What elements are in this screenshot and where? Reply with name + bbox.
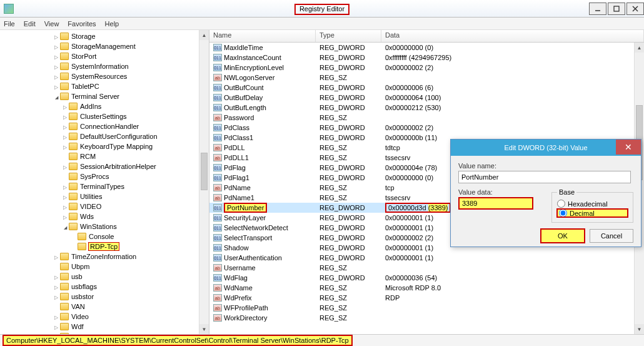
cancel-button[interactable]: Cancel [590, 229, 633, 243]
tree-node[interactable]: WinStations [0, 221, 209, 232]
expand-icon[interactable] [53, 313, 60, 320]
expand-icon[interactable] [61, 133, 69, 140]
scroll-thumb[interactable] [201, 153, 208, 190]
col-name[interactable]: Name [209, 30, 316, 42]
tree-node[interactable]: SystemInformation [0, 61, 209, 71]
tree-scrollbar[interactable]: ▲ ▼ [199, 30, 209, 334]
expand-icon[interactable] [61, 163, 69, 170]
expand-icon[interactable] [53, 63, 60, 70]
menu-edit[interactable]: Edit [24, 20, 36, 28]
expand-icon[interactable] [61, 213, 69, 220]
tree-node[interactable]: ClusterSettings [0, 111, 209, 121]
tree-node[interactable]: RCM [0, 151, 209, 161]
tree-node[interactable]: Storage [0, 31, 209, 41]
tree-node[interactable]: Ubpm [0, 262, 209, 272]
value-row[interactable]: 011OutBufCountREG_DWORD0x00000006 (6) [209, 83, 634, 93]
tree-node[interactable]: ConnectionHandler [0, 121, 209, 131]
value-row[interactable]: 011OutBufDelayREG_DWORD0x00000064 (100) [209, 93, 634, 103]
scroll-up-icon[interactable]: ▲ [635, 43, 644, 53]
value-row[interactable]: 011OutBufLengthREG_DWORD0x00000212 (530) [209, 103, 634, 113]
menu-help[interactable]: Help [105, 20, 119, 28]
expand-icon[interactable] [53, 283, 60, 290]
tree-node[interactable]: KeyboardType Mapping [0, 141, 209, 151]
expand-icon[interactable] [53, 273, 60, 280]
tree-node[interactable]: DefaultUserConfiguration [0, 131, 209, 141]
value-row[interactable]: 011UserAuthenticationREG_DWORD0x00000001… [209, 253, 634, 263]
scroll-up-icon[interactable]: ▲ [199, 30, 209, 40]
expand-icon[interactable] [53, 93, 60, 100]
tree-node[interactable]: Utilities [0, 191, 209, 201]
value-row[interactable]: 011MinEncryptionLevelREG_DWORD0x00000002… [209, 63, 634, 73]
tree-node[interactable]: StorPort [0, 51, 209, 61]
tree-node[interactable]: TabletPC [0, 81, 209, 91]
value-data-input[interactable] [458, 197, 533, 210]
tree-node[interactable]: Wdf [0, 322, 209, 332]
value-row[interactable]: abWFProfilePathREG_SZ [209, 303, 634, 313]
radio-hex[interactable]: Hexadecimal [557, 200, 628, 208]
dialog-title-bar[interactable]: Edit DWORD (32-bit) Value ✕ [451, 140, 641, 156]
expand-icon[interactable] [53, 323, 60, 330]
col-type[interactable]: Type [316, 30, 381, 42]
expand-icon[interactable] [53, 43, 60, 50]
tree-node[interactable]: usb [0, 272, 209, 282]
expand-icon[interactable] [53, 73, 60, 80]
value-row[interactable]: 011PdClassREG_DWORD0x00000002 (2) [209, 123, 634, 133]
tree-node[interactable]: usbstor [0, 292, 209, 302]
tree-node[interactable]: usbflags [0, 282, 209, 292]
ok-button[interactable]: OK [541, 229, 585, 243]
expand-icon[interactable] [53, 293, 60, 300]
tree-node[interactable]: StorageManagement [0, 41, 209, 51]
tree-node[interactable]: SessionArbitrationHelper [0, 161, 209, 171]
expand-icon[interactable] [53, 253, 60, 260]
key-tree[interactable]: StorageStorageManagementStorPortSystemIn… [0, 30, 209, 334]
tree-node[interactable]: TimeZoneInformation [0, 252, 209, 262]
menu-view[interactable]: View [44, 20, 59, 28]
expand-icon[interactable] [53, 83, 60, 90]
value-type: REG_DWORD [316, 84, 381, 91]
tree-node[interactable]: Terminal Server [0, 91, 209, 101]
dialog-close-button[interactable]: ✕ [616, 140, 641, 155]
value-row[interactable]: abUsernameREG_SZ [209, 263, 634, 273]
col-data[interactable]: Data [381, 30, 644, 42]
expand-icon[interactable] [61, 103, 69, 110]
value-row[interactable]: abWorkDirectoryREG_SZ [209, 313, 634, 323]
tree-node[interactable]: AddIns [0, 101, 209, 111]
scroll-down-icon[interactable]: ▼ [635, 324, 644, 334]
expand-icon[interactable] [53, 33, 60, 40]
tree-node[interactable]: VAN [0, 302, 209, 312]
expand-icon[interactable] [53, 333, 60, 335]
tree-node[interactable]: Video [0, 312, 209, 322]
close-button[interactable] [626, 3, 644, 15]
menu-file[interactable]: File [4, 20, 15, 28]
tree-node[interactable]: WDI [0, 332, 209, 334]
maximize-button[interactable] [608, 3, 625, 15]
tree-node[interactable]: Wds [0, 211, 209, 221]
radio-decimal[interactable]: Decimal [557, 209, 628, 217]
value-name-input[interactable] [458, 171, 631, 183]
expand-icon[interactable] [61, 113, 69, 120]
tree-node[interactable]: Console [0, 232, 209, 242]
expand-icon[interactable] [61, 193, 69, 200]
scroll-down-icon[interactable]: ▼ [199, 324, 209, 334]
expand-icon[interactable] [53, 53, 60, 60]
tree-node[interactable]: RDP-Tcp [0, 242, 209, 252]
expand-icon[interactable] [61, 223, 69, 230]
value-row[interactable]: 011WdFlagREG_DWORD0x00000036 (54) [209, 273, 634, 283]
value-row[interactable]: abWdNameREG_SZMicrosoft RDP 8.0 [209, 283, 634, 293]
minimize-button[interactable] [589, 3, 606, 15]
expand-icon[interactable] [61, 203, 69, 210]
menu-favorites[interactable]: Favorites [68, 20, 96, 28]
tree-node[interactable]: TerminalTypes [0, 181, 209, 191]
expand-icon[interactable] [61, 143, 69, 150]
tree-node[interactable]: SysProcs [0, 171, 209, 181]
value-row[interactable]: 011MaxInstanceCountREG_DWORD0xffffffff (… [209, 53, 634, 63]
value-row[interactable]: abPasswordREG_SZ [209, 113, 634, 123]
expand-icon[interactable] [61, 183, 69, 190]
expand-icon[interactable] [61, 123, 69, 130]
tree-node[interactable]: VIDEO [0, 201, 209, 211]
value-row[interactable]: abWdPrefixREG_SZRDP [209, 293, 634, 303]
value-row[interactable]: 011MaxIdleTimeREG_DWORD0x00000000 (0) [209, 43, 634, 53]
tree-node[interactable]: SystemResources [0, 71, 209, 81]
folder-icon [60, 33, 69, 40]
value-row[interactable]: abNWLogonServerREG_SZ [209, 73, 634, 83]
